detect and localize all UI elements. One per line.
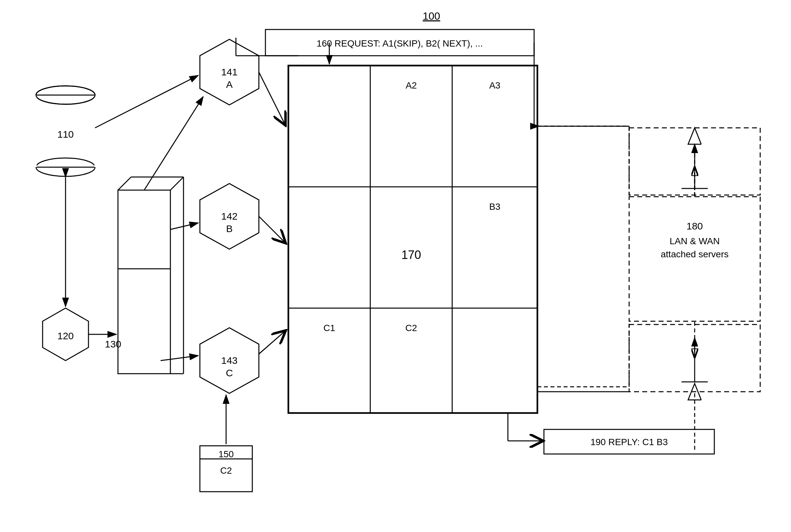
label-190: 190 REPLY: C1 B3 xyxy=(591,437,668,447)
label-110: 110 xyxy=(57,129,74,140)
label-143: 143 xyxy=(221,355,237,366)
dashed-arrow-servers-up1-head xyxy=(688,128,701,144)
svg-line-5 xyxy=(118,177,131,190)
label-120: 120 xyxy=(57,330,74,341)
label-180-line2: attached servers xyxy=(661,249,729,259)
arrow-130-141 xyxy=(144,97,203,190)
label-142-b: B xyxy=(226,223,233,234)
label-180-line1: LAN & WAN xyxy=(670,236,720,246)
label-141: 141 xyxy=(221,66,237,77)
diagram: 100 110 120 130 141 A 142 B xyxy=(0,0,791,532)
arrow-110-141 xyxy=(95,75,198,128)
grid-label-a3: A3 xyxy=(489,80,500,91)
page-number: 100 xyxy=(423,10,440,22)
svg-line-6 xyxy=(170,177,184,190)
label-143-c: C xyxy=(226,367,233,378)
rect-130-front xyxy=(118,190,170,374)
grid-main xyxy=(288,65,537,413)
label-180: 180 xyxy=(687,221,703,231)
arrow-130-143 xyxy=(160,356,198,361)
grid-label-b3: B3 xyxy=(489,202,500,212)
label-160: 160 REQUEST: A1(SKIP), B2( NEXT), ... xyxy=(316,38,483,49)
label-142: 142 xyxy=(221,211,237,222)
grid-label-170: 170 xyxy=(401,248,421,262)
arrow-143-grid xyxy=(259,331,285,354)
grid-label-c2: C2 xyxy=(405,323,417,333)
label-130: 130 xyxy=(105,339,121,349)
arrow-141-grid xyxy=(259,72,285,125)
label-141-a: A xyxy=(226,79,233,90)
arrow-130-142 xyxy=(170,223,198,229)
diagram-svg: 100 110 120 130 141 A 142 B xyxy=(0,0,791,532)
label-150-c2: C2 xyxy=(220,466,232,476)
grid-label-a2: A2 xyxy=(406,80,417,91)
arrow-142-grid xyxy=(259,216,285,243)
grid-label-c1: C1 xyxy=(323,323,335,333)
label-150: 150 xyxy=(218,449,234,459)
